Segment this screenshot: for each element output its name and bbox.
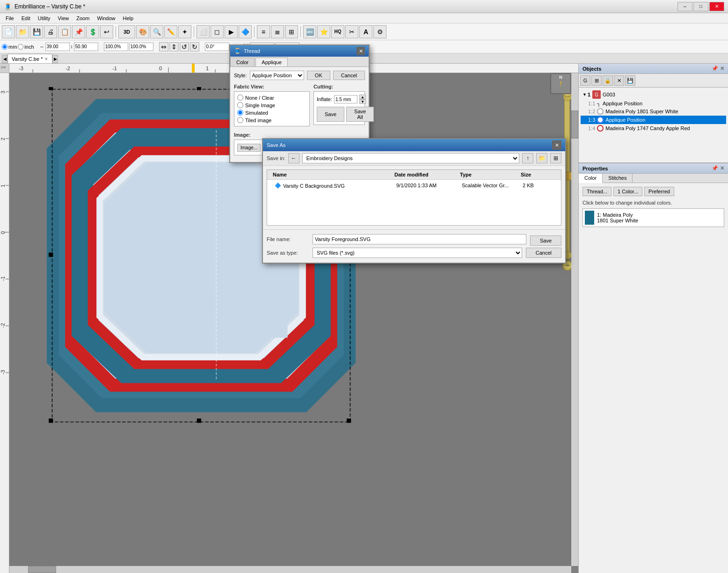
3d-button[interactable]: 3D xyxy=(118,25,135,38)
tab-scroll-left[interactable]: ◀ xyxy=(2,55,7,63)
image-open-button[interactable]: Image... xyxy=(237,144,261,152)
saveas-back-button[interactable]: ← xyxy=(288,153,299,163)
menu-view[interactable]: View xyxy=(54,13,73,23)
star-button[interactable]: ✦ xyxy=(178,25,191,38)
unit-inch-radio[interactable]: inch xyxy=(18,44,34,50)
undo-button[interactable]: ↩ xyxy=(100,25,113,38)
col-name[interactable]: Name xyxy=(271,171,393,178)
tree-item-1[interactable]: 1:1 ┐ Applique Position xyxy=(581,100,726,107)
angle-input[interactable] xyxy=(205,43,229,51)
filename-input[interactable] xyxy=(313,234,526,244)
tab-varsity[interactable]: Varsity C.be * ✕ xyxy=(7,54,52,63)
star2-button[interactable]: ⭐ xyxy=(317,25,330,38)
horizontal-scrollbar[interactable] xyxy=(9,566,571,573)
saveas-view-button[interactable]: ⊞ xyxy=(550,153,561,163)
prop-close-icon[interactable]: ✕ xyxy=(720,165,724,171)
tree-item-root[interactable]: ▼ 1 G G003 xyxy=(581,89,726,100)
save-all-button[interactable]: Save All xyxy=(346,107,374,122)
maximize-button[interactable]: □ xyxy=(693,2,708,11)
filetype-select[interactable]: SVG files (*.svg) xyxy=(313,248,522,258)
close-button[interactable]: ✕ xyxy=(709,2,724,11)
pencil-button[interactable]: ✏️ xyxy=(164,25,177,38)
minimize-button[interactable]: – xyxy=(677,2,692,11)
vertical-scroll-thumb[interactable] xyxy=(571,110,578,139)
save-button[interactable]: 💾 xyxy=(30,25,43,38)
thread-button[interactable]: Thread... xyxy=(582,187,612,196)
saveas-close-button[interactable]: ✕ xyxy=(552,140,561,150)
saveas-up-button[interactable]: ↑ xyxy=(522,153,533,163)
select-button[interactable]: ⬜ xyxy=(197,25,210,38)
save-button[interactable]: Save xyxy=(317,107,344,122)
col-type[interactable]: Type xyxy=(458,171,519,178)
saveas-cancel-button[interactable]: Cancel xyxy=(526,248,561,258)
scissors-button[interactable]: ✂ xyxy=(345,25,358,38)
saveas-folder-combo[interactable]: Embroidery Designs xyxy=(302,153,519,163)
width-input[interactable] xyxy=(45,43,70,51)
fabric-tiled-option[interactable]: Tiled image xyxy=(237,117,306,123)
hq-button[interactable]: HQ xyxy=(331,25,344,38)
thread-tab-applique[interactable]: Applique xyxy=(255,58,288,66)
horizontal-scroll-thumb[interactable] xyxy=(28,566,56,573)
panel-pin-icon[interactable]: 📌 xyxy=(712,66,718,72)
prop-color-swatch[interactable]: 1: Madeira Poly 1801 Super White xyxy=(582,208,724,227)
list1-button[interactable]: ≡ xyxy=(257,25,270,38)
panel-close-icon[interactable]: ✕ xyxy=(720,66,724,72)
obj-close-button[interactable]: ✕ xyxy=(614,75,624,86)
menu-zoom[interactable]: Zoom xyxy=(73,13,93,23)
fabric-none-option[interactable]: None / Clear xyxy=(237,95,306,101)
tree-item-3[interactable]: 1:3 Applique Position xyxy=(581,116,726,124)
tree-item-4[interactable]: 1:4 Madeira Poly 1747 Candy Apple Red xyxy=(581,124,726,132)
scale-y-input[interactable] xyxy=(129,43,153,51)
unit-mm-radio[interactable]: mm xyxy=(2,44,17,50)
inflate-up-button[interactable]: ▲ xyxy=(359,95,366,99)
fabric-simulated-option[interactable]: Simulated xyxy=(237,110,306,116)
preferred-button[interactable]: Preferred xyxy=(644,187,674,196)
saveas-file-list[interactable]: Name Date modified Type Size 🔷 Varsity C… xyxy=(267,169,561,226)
inflate-input[interactable] xyxy=(334,95,357,103)
list2-button[interactable]: ≣ xyxy=(271,25,284,38)
grid-button[interactable]: ⊞ xyxy=(285,25,298,38)
menu-file[interactable]: File xyxy=(2,13,18,23)
obj-lock-button[interactable]: 🔒 xyxy=(603,75,613,86)
rot-r-button[interactable]: ↻ xyxy=(190,42,199,51)
open-button[interactable]: 📁 xyxy=(16,25,29,38)
prop-pin-icon[interactable]: 📌 xyxy=(712,165,718,171)
col-date[interactable]: Date modified xyxy=(393,171,458,178)
menu-utility[interactable]: Utility xyxy=(34,13,54,23)
height-input[interactable] xyxy=(74,43,98,51)
col-size[interactable]: Size xyxy=(519,171,547,178)
prop-tab-color[interactable]: Color xyxy=(579,174,603,183)
obj-grid-button[interactable]: ⊞ xyxy=(591,75,602,86)
color-button[interactable]: 🎨 xyxy=(136,25,149,38)
thread-tab-color[interactable]: Color xyxy=(230,58,255,66)
inflate-down-button[interactable]: ▼ xyxy=(359,99,366,104)
menu-edit[interactable]: Edit xyxy=(18,13,34,23)
mirror-h-button[interactable]: ⇔ xyxy=(159,42,168,51)
vertical-scrollbar[interactable] xyxy=(571,73,578,566)
search-button[interactable]: 🔍 xyxy=(150,25,163,38)
text-button[interactable]: 🔤 xyxy=(303,25,316,38)
tree-expand-icon[interactable]: ▼ xyxy=(582,92,587,97)
paste-button[interactable]: 📌 xyxy=(72,25,85,38)
navigation-compass[interactable]: N ↑ xyxy=(550,73,571,94)
print-button[interactable]: 🖨 xyxy=(44,25,57,38)
thread-ok-button[interactable]: OK xyxy=(307,71,330,80)
thread-cancel-button[interactable]: Cancel xyxy=(333,71,365,80)
saveas-new-folder-button[interactable]: 📁 xyxy=(536,153,547,163)
fabric-single-option[interactable]: Single Image xyxy=(237,102,306,108)
font-button[interactable]: A xyxy=(359,25,372,38)
mirror-v-button[interactable]: ⇕ xyxy=(169,42,179,51)
new-button[interactable]: 📄 xyxy=(2,25,15,38)
menu-help[interactable]: Help xyxy=(119,13,138,23)
rot-l-button[interactable]: ↺ xyxy=(180,42,189,51)
scale-x-input[interactable] xyxy=(104,43,128,51)
file-row[interactable]: 🔷 Varsity C Background.SVG 9/1/2020 1:33… xyxy=(271,182,557,190)
tree-item-2[interactable]: 1:2 Madeira Poly 1801 Super White xyxy=(581,107,726,116)
price-button[interactable]: 💲 xyxy=(86,25,99,38)
node-button[interactable]: ◻ xyxy=(211,25,224,38)
thread-dialog-close[interactable]: ✕ xyxy=(357,47,365,55)
copy-button[interactable]: 📋 xyxy=(58,25,71,38)
tab-close-icon[interactable]: ✕ xyxy=(44,57,48,61)
diamond-button[interactable]: 🔷 xyxy=(239,25,252,38)
extra-button[interactable]: ⚙ xyxy=(373,25,386,38)
